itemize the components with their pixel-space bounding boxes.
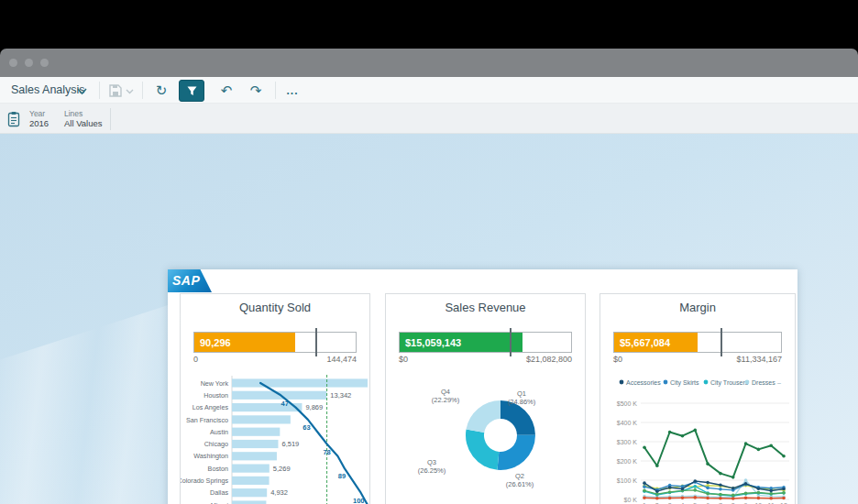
data-point[interactable]: [769, 497, 773, 500]
data-point[interactable]: [744, 478, 748, 482]
svg-text:New York: New York: [201, 379, 229, 388]
data-point[interactable]: [719, 493, 722, 497]
data-point[interactable]: [744, 482, 748, 486]
data-point[interactable]: [719, 497, 722, 500]
data-point[interactable]: [655, 497, 659, 500]
data-point[interactable]: [706, 487, 710, 490]
data-point[interactable]: [643, 446, 646, 450]
svg-text:47: 47: [281, 400, 289, 408]
donut-slice[interactable]: [498, 435, 536, 470]
data-point[interactable]: [782, 455, 786, 458]
data-point[interactable]: [681, 434, 685, 438]
window-control-dot[interactable]: [9, 59, 17, 67]
save-chevron-down-icon: [126, 89, 134, 94]
city-bar[interactable]: [232, 428, 280, 436]
city-bar[interactable]: [232, 452, 277, 460]
donut-slice[interactable]: [466, 430, 499, 470]
chevron-down-icon[interactable]: [77, 88, 87, 95]
save-icon: [108, 83, 123, 98]
legend-label[interactable]: City Trousers: [710, 379, 749, 387]
undo-icon[interactable]: ↶: [216, 81, 236, 101]
data-point[interactable]: [706, 492, 710, 496]
data-point[interactable]: [719, 488, 722, 491]
story-title[interactable]: Sales Analysis: [11, 83, 85, 96]
data-point[interactable]: [668, 431, 672, 434]
legend-label[interactable]: Dresses: [752, 379, 776, 386]
revenue-bullet-chart[interactable]: $15,059,143: [399, 332, 572, 353]
data-point[interactable]: [744, 497, 748, 500]
data-point[interactable]: [706, 481, 710, 485]
window-control-dot[interactable]: [25, 59, 33, 67]
donut-slice[interactable]: [467, 400, 500, 433]
bullet-target-marker: [510, 328, 512, 356]
legend-label[interactable]: City Skirts: [670, 379, 699, 387]
margin-bullet-chart[interactable]: $5,667,084: [613, 332, 782, 353]
data-point[interactable]: [757, 487, 761, 490]
data-point[interactable]: [732, 476, 735, 479]
data-point[interactable]: [668, 497, 672, 500]
data-point[interactable]: [668, 490, 672, 494]
toolbar-divider: [275, 82, 276, 99]
city-bar[interactable]: [232, 378, 368, 387]
overflow-menu-icon[interactable]: ...: [282, 81, 302, 101]
data-point[interactable]: [744, 491, 748, 495]
data-point[interactable]: [643, 485, 646, 488]
data-point[interactable]: [769, 492, 773, 496]
data-point[interactable]: [732, 497, 735, 500]
data-point[interactable]: [668, 486, 672, 489]
filter-funnel-icon: [185, 84, 199, 97]
data-point[interactable]: [744, 442, 748, 445]
svg-text:(24.86%): (24.86%): [508, 398, 536, 406]
legend-label[interactable]: Accessories: [626, 379, 661, 386]
data-point[interactable]: [693, 479, 697, 483]
quantity-bullet-chart[interactable]: 90,296: [193, 332, 357, 353]
data-point[interactable]: [693, 496, 697, 499]
data-point[interactable]: [693, 488, 697, 492]
data-point[interactable]: [757, 497, 761, 500]
data-point[interactable]: [693, 485, 697, 488]
data-point[interactable]: [681, 488, 685, 491]
series-line: [644, 490, 784, 495]
data-point[interactable]: [732, 487, 735, 490]
series-line: [644, 430, 784, 477]
data-point[interactable]: [782, 491, 786, 495]
data-point[interactable]: [655, 464, 659, 467]
filter-list-icon[interactable]: [7, 111, 20, 127]
city-bar[interactable]: [232, 440, 278, 448]
data-point[interactable]: [719, 483, 722, 487]
data-point[interactable]: [643, 489, 646, 493]
data-point[interactable]: [769, 489, 773, 493]
data-point[interactable]: [757, 448, 761, 452]
data-point[interactable]: [732, 494, 735, 498]
data-point[interactable]: [643, 497, 646, 500]
svg-text:(26.61%): (26.61%): [506, 480, 534, 488]
data-point[interactable]: [706, 497, 710, 500]
city-bar[interactable]: [232, 415, 291, 423]
window-control-dot[interactable]: [40, 59, 49, 67]
city-bar[interactable]: [232, 488, 267, 497]
data-point[interactable]: [719, 472, 722, 476]
city-bar[interactable]: [232, 500, 266, 504]
panel-title: Margin: [600, 301, 795, 314]
filter-field-year[interactable]: Year 2016: [29, 109, 49, 128]
data-point[interactable]: [706, 462, 710, 466]
data-point[interactable]: [782, 497, 786, 500]
data-point[interactable]: [681, 497, 685, 500]
filter-field-lines[interactable]: Lines All Values: [64, 109, 103, 128]
data-point[interactable]: [757, 491, 761, 495]
panel-quantity-sold: Quantity Sold 90,296 0 144,474 New YorkH…: [180, 293, 370, 504]
bullet-max: 144,474: [326, 355, 357, 364]
bullet-value: $15,059,143: [405, 337, 461, 348]
city-bar[interactable]: [232, 465, 270, 473]
svg-text:$400 K: $400 K: [617, 420, 638, 426]
data-point[interactable]: [782, 488, 786, 491]
data-point[interactable]: [769, 444, 773, 447]
redo-icon[interactable]: ↷: [246, 81, 266, 101]
svg-text:Houston: Houston: [204, 391, 228, 400]
data-point[interactable]: [693, 429, 697, 433]
data-point[interactable]: [643, 481, 646, 485]
filter-button[interactable]: [179, 80, 204, 102]
data-point[interactable]: [655, 489, 659, 493]
refresh-icon[interactable]: ↻: [151, 81, 171, 101]
city-bar[interactable]: [232, 477, 270, 485]
